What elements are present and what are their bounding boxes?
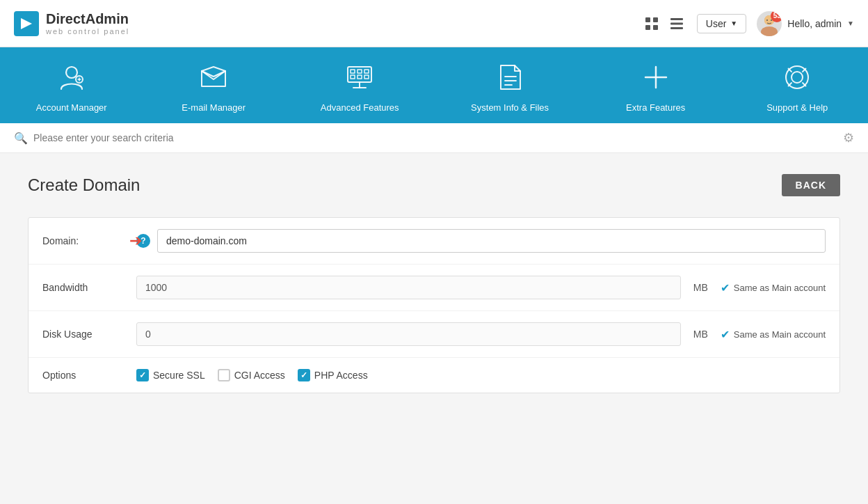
hello-text: Hello, admin	[787, 18, 842, 29]
page-header: Create Domain BACK	[28, 174, 840, 196]
search-icon: 🔍	[14, 132, 28, 145]
logo-text: DirectAdmin web control panel	[46, 10, 129, 36]
options-controls: ✓ Secure SSL CGI Access ✓ PHP Ac	[136, 369, 826, 381]
option-ssl: ✓ Secure SSL	[136, 369, 205, 381]
account-manager-icon	[56, 61, 88, 95]
bandwidth-unit: MB	[693, 282, 708, 293]
svg-rect-22	[357, 75, 362, 79]
notification-badge: 53	[771, 11, 782, 22]
php-label: PHP Access	[314, 370, 368, 381]
sidebar-item-extra-features[interactable]: Extra Features	[607, 58, 705, 116]
bandwidth-check-icon: ✔	[721, 281, 730, 294]
header-right: User ▼ 53 Hello, admin ▼	[642, 11, 854, 36]
options-row: Options ✓ Secure SSL CGI Access	[29, 358, 839, 393]
svg-point-9	[761, 26, 778, 36]
svg-rect-5	[670, 18, 683, 20]
svg-rect-6	[670, 22, 683, 24]
option-cgi: CGI Access	[218, 369, 285, 381]
disk-row: Disk Usage MB ✔ Same as Main account	[29, 311, 839, 358]
disk-label: Disk Usage	[42, 329, 126, 340]
cgi-label: CGI Access	[234, 370, 285, 381]
logo-icon	[14, 11, 39, 36]
create-domain-form: Domain: ? ➔ Bandwidth MB ✔ Same	[28, 217, 840, 393]
advanced-features-icon	[344, 61, 376, 95]
search-input[interactable]	[33, 132, 843, 143]
domain-input[interactable]	[157, 229, 826, 253]
sidebar-item-email-manager[interactable]: E-mail Manager	[165, 58, 262, 116]
gear-icon[interactable]: ⚙	[843, 130, 854, 145]
user-dropdown[interactable]: User ▼	[697, 14, 746, 33]
list-view-button[interactable]	[667, 14, 686, 33]
svg-rect-19	[357, 70, 362, 73]
domain-arrow-icon: ➔	[129, 232, 142, 250]
user-avatar-area[interactable]: 53 Hello, admin ▼	[757, 11, 854, 36]
svg-point-32	[791, 72, 803, 83]
extra-features-label: Extra Features	[626, 102, 685, 113]
system-info-files-icon	[494, 61, 526, 95]
svg-rect-20	[364, 70, 369, 73]
svg-rect-7	[670, 27, 683, 29]
ssl-checkbox[interactable]: ✓	[136, 369, 149, 381]
account-manager-label: Account Manager	[36, 102, 107, 113]
disk-check-icon: ✔	[721, 328, 730, 341]
cgi-checkbox[interactable]	[218, 369, 230, 381]
disk-same-as-main: ✔ Same as Main account	[721, 328, 826, 341]
bandwidth-controls: MB ✔ Same as Main account	[136, 276, 826, 299]
svg-marker-0	[21, 18, 32, 29]
tagline: web control panel	[46, 27, 129, 36]
svg-point-13	[66, 67, 77, 78]
disk-controls: MB ✔ Same as Main account	[136, 322, 826, 346]
email-manager-icon	[198, 61, 230, 95]
ssl-label: Secure SSL	[153, 370, 205, 381]
disk-unit: MB	[693, 329, 708, 340]
bandwidth-input[interactable]	[136, 276, 681, 299]
checkmark-icon-php: ✓	[300, 370, 307, 380]
view-icons	[642, 14, 686, 33]
search-input-wrap: 🔍	[14, 132, 843, 145]
php-checkbox[interactable]: ✓	[298, 369, 310, 381]
email-manager-label: E-mail Manager	[182, 102, 246, 113]
logo-area: DirectAdmin web control panel	[14, 10, 129, 36]
svg-rect-23	[364, 75, 369, 79]
disk-input[interactable]	[136, 322, 681, 346]
svg-rect-1	[645, 17, 650, 22]
option-php: ✓ PHP Access	[298, 369, 368, 381]
domain-row: Domain: ? ➔	[29, 218, 839, 265]
user-label: User	[706, 18, 727, 29]
bandwidth-same-label: Same as Main account	[734, 283, 826, 293]
bandwidth-row: Bandwidth MB ✔ Same as Main account	[29, 265, 839, 311]
svg-rect-2	[653, 17, 658, 22]
svg-rect-4	[653, 25, 658, 30]
support-help-label: Support & Help	[766, 102, 828, 113]
sidebar-item-advanced-features[interactable]: Advanced Features	[307, 58, 413, 116]
support-help-icon	[781, 61, 813, 95]
chevron-down-icon: ▼	[730, 19, 737, 27]
header: DirectAdmin web control panel User	[0, 0, 868, 47]
options-label: Options	[42, 370, 126, 381]
avatar: 53	[757, 11, 782, 36]
back-button[interactable]: BACK	[782, 174, 840, 196]
disk-same-label: Same as Main account	[734, 329, 826, 340]
sidebar-item-support-help[interactable]: Support & Help	[748, 58, 846, 116]
search-bar: 🔍 ⚙	[0, 123, 868, 153]
sidebar-item-system-info-files[interactable]: System Info & Files	[457, 58, 563, 116]
system-info-files-label: System Info & Files	[471, 102, 549, 113]
domain-label: Domain:	[42, 235, 126, 246]
chevron-down-icon-avatar: ▼	[847, 19, 854, 27]
bandwidth-same-as-main: ✔ Same as Main account	[721, 281, 826, 294]
svg-rect-18	[351, 70, 355, 73]
main-content: Create Domain BACK Domain: ? ➔ Bandwidth	[0, 153, 868, 504]
brand-name: DirectAdmin	[46, 10, 129, 27]
bandwidth-label: Bandwidth	[42, 282, 126, 293]
grid-view-button[interactable]	[642, 14, 661, 33]
svg-rect-3	[645, 25, 650, 30]
options-wrap: ✓ Secure SSL CGI Access ✓ PHP Ac	[136, 369, 368, 381]
advanced-features-label: Advanced Features	[321, 102, 399, 113]
domain-controls: ? ➔	[136, 229, 826, 253]
navbar: Account Manager E-mail Manager	[0, 47, 868, 123]
checkmark-icon: ✓	[139, 370, 146, 380]
sidebar-item-account-manager[interactable]: Account Manager	[22, 58, 121, 116]
svg-point-11	[766, 19, 768, 21]
page-title: Create Domain	[28, 175, 140, 195]
extra-features-icon	[640, 61, 672, 95]
